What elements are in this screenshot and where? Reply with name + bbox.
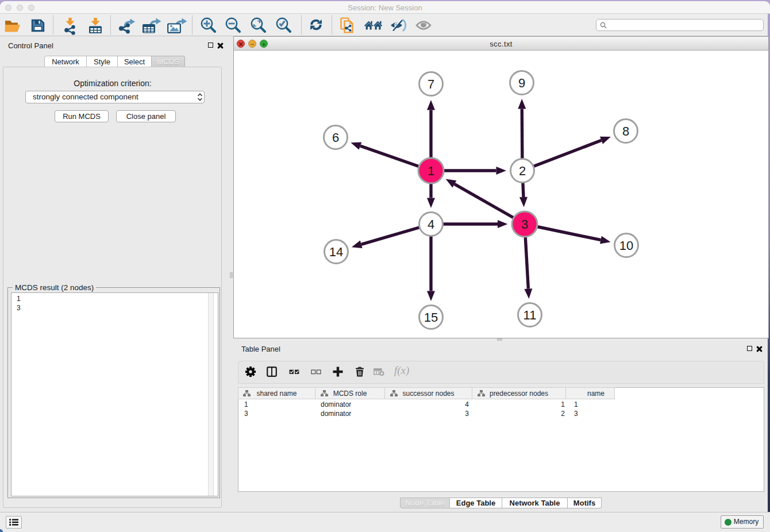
svg-text:14: 14 xyxy=(329,245,343,259)
svg-text:11: 11 xyxy=(523,308,537,322)
svg-text:8: 8 xyxy=(622,124,629,138)
svg-text:2: 2 xyxy=(519,164,526,178)
svg-text:10: 10 xyxy=(619,238,633,253)
svg-text:6: 6 xyxy=(332,130,339,145)
svg-text:3: 3 xyxy=(521,217,528,232)
svg-text:1: 1 xyxy=(428,164,434,178)
svg-text:9: 9 xyxy=(518,76,525,90)
svg-text:15: 15 xyxy=(424,310,438,325)
svg-text:4: 4 xyxy=(428,217,434,232)
svg-text:7: 7 xyxy=(428,77,434,91)
